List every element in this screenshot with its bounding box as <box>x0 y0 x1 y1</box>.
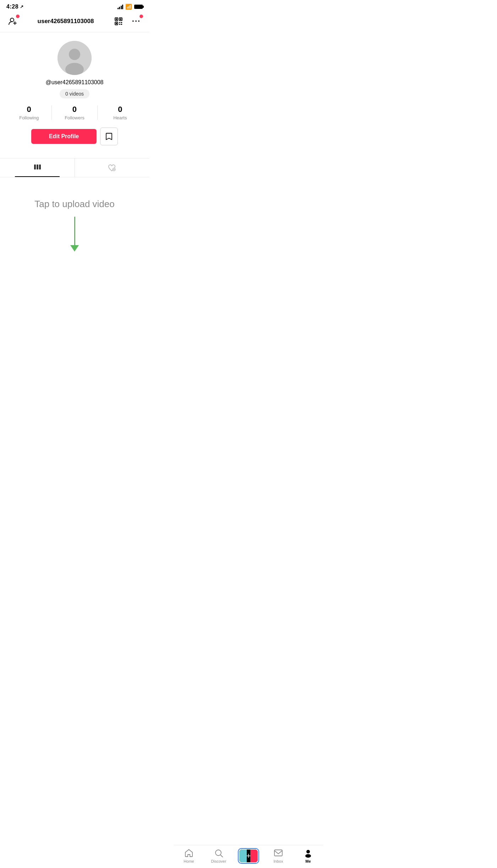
svg-rect-16 <box>34 165 36 169</box>
tab-videos[interactable] <box>0 158 75 177</box>
qr-code-button[interactable] <box>112 15 125 28</box>
svg-rect-10 <box>121 22 122 23</box>
hearts-label: Hearts <box>113 115 127 120</box>
content-tabs <box>0 158 149 177</box>
bookmark-button[interactable] <box>100 128 118 145</box>
svg-point-0 <box>10 18 14 22</box>
username-handle: @user4265891103008 <box>45 79 103 86</box>
hearts-stat[interactable]: 0 Hearts <box>98 105 143 120</box>
nav-username: user4265891103008 <box>38 18 94 25</box>
followers-label: Followers <box>65 115 84 120</box>
svg-rect-4 <box>116 18 117 20</box>
wifi-icon: 📶 <box>125 4 132 10</box>
following-stat[interactable]: 0 Following <box>6 105 51 120</box>
upload-prompt-text: Tap to upload video <box>34 199 115 210</box>
following-count: 0 <box>27 105 31 114</box>
profile-section: @user4265891103008 0 videos 0 Following … <box>0 32 149 155</box>
stats-row: 0 Following 0 Followers 0 Hearts <box>6 105 143 120</box>
action-row: Edit Profile <box>31 128 118 145</box>
upload-section: Tap to upload video <box>0 177 149 259</box>
notification-dot <box>16 15 20 18</box>
svg-rect-12 <box>121 24 122 25</box>
add-friend-button[interactable] <box>6 15 19 28</box>
more-options-button[interactable]: ··· <box>130 15 143 28</box>
followers-stat[interactable]: 0 Followers <box>52 105 97 120</box>
arrow-head <box>70 245 79 252</box>
battery-icon <box>134 5 143 9</box>
liked-icon <box>108 163 116 172</box>
notification-dot-more <box>140 15 143 18</box>
svg-point-14 <box>69 49 80 60</box>
video-count-badge: 0 videos <box>60 89 89 98</box>
svg-rect-9 <box>119 22 120 23</box>
location-arrow-icon: ↗ <box>20 4 23 9</box>
svg-rect-6 <box>120 18 121 20</box>
status-icons: 📶 <box>118 4 143 10</box>
following-label: Following <box>19 115 39 120</box>
avatar <box>58 41 92 75</box>
signal-icon <box>118 4 124 9</box>
tab-liked[interactable] <box>75 158 149 177</box>
svg-rect-11 <box>119 24 120 25</box>
status-bar: 4:28 ↗ 📶 <box>0 0 149 12</box>
top-nav: user4265891103008 ··· <box>0 12 149 32</box>
upload-arrow <box>70 217 79 252</box>
status-time: 4:28 <box>6 4 18 10</box>
hearts-count: 0 <box>118 105 122 114</box>
svg-rect-17 <box>37 165 38 169</box>
svg-rect-8 <box>116 23 117 24</box>
edit-profile-button[interactable]: Edit Profile <box>31 129 97 144</box>
svg-rect-18 <box>39 165 41 169</box>
grid-icon <box>33 163 42 172</box>
arrow-line <box>74 217 75 245</box>
followers-count: 0 <box>72 105 77 114</box>
